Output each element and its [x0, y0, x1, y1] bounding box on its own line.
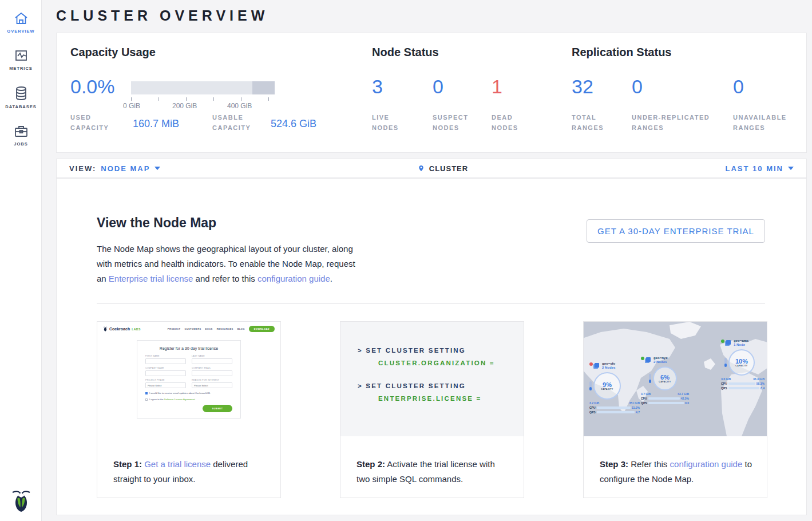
map-pin-icon: [418, 165, 425, 172]
nodes-icon: [726, 340, 731, 345]
thumb-nav-link: RESOURCES: [217, 327, 233, 330]
thumb-download-button: DOWNLOAD: [249, 326, 275, 332]
cluster-name: geo=sfo: [602, 362, 615, 366]
cluster-summary-panel: Capacity Usage 0.0% 0 GiB 200 GiB 400 Gi…: [56, 33, 807, 153]
live-nodes-value: 3: [372, 76, 383, 98]
node-status-title: Node Status: [372, 46, 439, 59]
get-trial-license-link[interactable]: Get a trial license: [144, 459, 211, 469]
nodes-icon: [646, 357, 651, 362]
usable-capacity-value: 524.6 GiB: [271, 118, 316, 130]
step3-label: Step 3:: [600, 459, 628, 469]
axis-tick: [159, 97, 159, 101]
thumb-field-label: LAST NAME: [192, 355, 232, 357]
sidebar-item-metrics[interactable]: METRICS: [0, 41, 42, 71]
thumb-submit-button: SUBMIT: [203, 405, 232, 412]
thumb-select: Please Select: [192, 382, 232, 388]
chevron-down-icon[interactable]: [155, 167, 160, 170]
cluster-name: geo=ams: [734, 339, 748, 343]
enterprise-trial-license-link[interactable]: Enterprise trial license: [109, 274, 193, 283]
capacity-mini-bar: [724, 358, 727, 367]
sidebar-item-jobs[interactable]: JOBS: [0, 116, 42, 147]
thumb-field-label: REASON FOR INTEREST: [192, 379, 232, 381]
capacity-usage-title: Capacity Usage: [70, 46, 156, 59]
briefcase-icon: [14, 124, 29, 138]
logo-text: Cockroach: [109, 327, 130, 331]
axis-tick: [241, 97, 241, 101]
thumb-field-label: COMPANY NAME: [145, 367, 186, 369]
map-cluster-ams: geo=ams 1 Node 10% CAPACITY 3.6 GiB 36: [721, 339, 765, 390]
thumb-nav-link: CUSTOMERS: [184, 327, 201, 330]
usable-capacity-label: USABLE CAPACITY: [212, 112, 264, 133]
thumb-checkbox-label: I would like to receive email updates ab…: [149, 392, 211, 394]
step2-card: > SET CLUSTER SETTING CLUSTER.ORGANIZATI…: [340, 321, 524, 498]
step2-label: Step 2:: [357, 459, 385, 469]
thumb-field-label: FIRST NAME: [145, 355, 186, 357]
axis-tick: [268, 97, 269, 101]
dead-nodes-value: 1: [492, 76, 502, 98]
thumb-checkbox-label: I agree to the Software License Agreemen…: [149, 398, 196, 401]
description-text: .: [330, 274, 332, 283]
capacity-gauge: 9% CAPACITY: [593, 372, 621, 400]
unavailable-ranges-value: 0: [733, 76, 744, 98]
thumb-field-label: PROJECT PHASE: [145, 379, 186, 381]
configuration-guide-link[interactable]: configuration guide: [258, 274, 330, 283]
cluster-total: 36.4 GiB: [753, 377, 765, 381]
dead-nodes-label: DEAD NODES: [492, 112, 537, 133]
cluster-node-count: 1 Node: [734, 343, 748, 347]
suspect-nodes-label: SUSPECT NODES: [433, 112, 481, 133]
thumb-field-input: [192, 358, 232, 364]
suspect-nodes-value: 0: [433, 76, 443, 98]
thumb-checkbox-checked: [145, 392, 148, 394]
cluster-node-count: 2 Nodes: [602, 366, 615, 370]
nodes-icon: [595, 363, 599, 368]
thumb-nav-link: PRODUCT: [168, 327, 181, 330]
get-enterprise-trial-button[interactable]: GET A 30-DAY ENTERPRISE TRIAL: [587, 219, 765, 243]
view-selector[interactable]: NODE MAP: [101, 164, 150, 173]
step3-text: Refer this: [628, 459, 670, 469]
gauge-label: CAPACITY: [601, 388, 613, 390]
step1-caption: Step 1: Get a trial license delivered st…: [113, 457, 267, 487]
sidebar-item-label: OVERVIEW: [7, 29, 34, 34]
under-replicated-label: UNDER-REPLICATED RANGES: [632, 112, 723, 133]
cluster-used: 3.7 GiB: [641, 392, 651, 396]
sql-code-line: CLUSTER.ORGANIZATION =: [378, 360, 524, 366]
status-dot-icon: [721, 340, 724, 343]
home-icon: [14, 11, 29, 25]
cluster-name: geo=nyc: [653, 356, 668, 360]
node-map-panel: View the Node Map The Node Map shows the…: [56, 178, 807, 515]
gauge-percent: 10%: [735, 358, 748, 365]
axis-tick-label: 400 GiB: [227, 102, 252, 110]
sql-prompt-line: > SET CLUSTER SETTING: [358, 347, 524, 354]
page-title: CLUSTER OVERVIEW: [56, 7, 268, 24]
thumb-nav-link: BLOG: [237, 327, 245, 330]
step2-caption: Step 2: Activate the trial license with …: [357, 457, 510, 487]
sidebar-item-overview[interactable]: OVERVIEW: [0, 3, 42, 34]
sql-code-line: ENTERPRISE.LICENSE =: [378, 395, 524, 402]
node-map-title: View the Node Map: [97, 215, 216, 231]
used-capacity-value: 160.7 MiB: [133, 118, 179, 130]
configuration-guide-link[interactable]: configuration guide: [670, 459, 743, 469]
capacity-bar-reserved-segment: [252, 81, 275, 94]
main-content: CLUSTER OVERVIEW Capacity Usage 0.0% 0 G…: [42, 0, 812, 521]
chevron-down-icon[interactable]: [788, 167, 794, 170]
time-range-selector[interactable]: LAST 10 MIN: [726, 164, 783, 173]
axis-tick: [213, 97, 214, 101]
total-ranges-label: TOTAL RANGES: [572, 112, 617, 133]
unavailable-ranges-label: UNAVAILABLE RANGES: [733, 112, 807, 133]
section-divider: [97, 303, 765, 304]
thumb-form-title: Register for a 30-day trial license: [145, 346, 232, 350]
status-dot-icon: [589, 362, 593, 366]
breadcrumb-cluster: CLUSTER: [429, 164, 468, 173]
cluster-total: 351 GiB: [629, 401, 640, 405]
sidebar-item-databases[interactable]: DATABASES: [0, 78, 42, 109]
map-cluster-nyc: geo=nyc 2 Nodes 6% CAPACITY 3.7 GiB 43: [641, 356, 689, 405]
thumb-field-input: [192, 370, 232, 376]
map-cluster-sfo: geo=sfo 2 Nodes 9% CAPACITY 3.2 GiB 35: [589, 362, 640, 414]
gauge-label: CAPACITY: [659, 381, 671, 383]
view-label: VIEW:: [69, 164, 96, 173]
cluster-used: 3.6 GiB: [721, 377, 731, 381]
sql-prompt-line: > SET CLUSTER SETTING: [358, 382, 524, 389]
total-ranges-value: 32: [572, 76, 593, 98]
used-capacity-label: USED CAPACITY: [70, 112, 122, 133]
node-map-thumbnail: geo=sfo 2 Nodes 9% CAPACITY 3.2 GiB 35: [584, 322, 767, 436]
